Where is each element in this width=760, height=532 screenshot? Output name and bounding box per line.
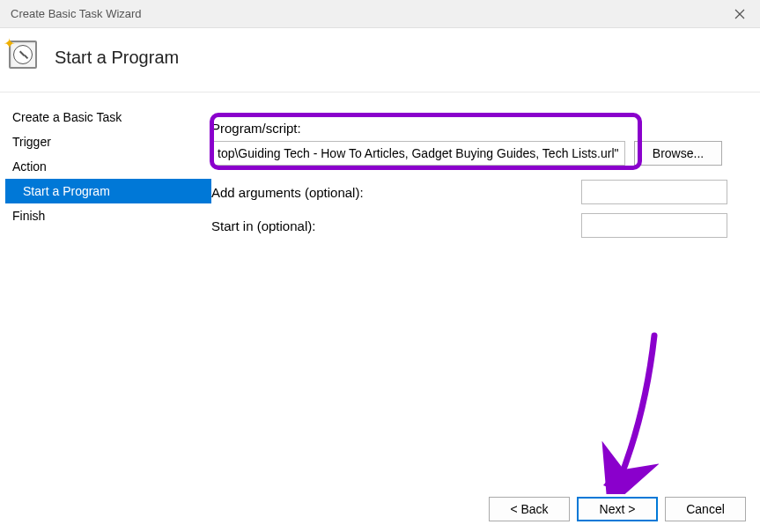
browse-button[interactable]: Browse... — [634, 141, 722, 166]
arguments-label: Add arguments (optional): — [211, 185, 581, 200]
content-area: Create a Basic Task Trigger Action Start… — [0, 92, 760, 484]
sidebar-item-start-program[interactable]: Start a Program — [5, 179, 211, 203]
back-button[interactable]: < Back — [489, 497, 570, 521]
startin-row: Start in (optional): — [211, 213, 741, 238]
arguments-input[interactable] — [581, 180, 727, 204]
main-panel: Program/script: Browse... Add arguments … — [211, 92, 760, 484]
titlebar: Create Basic Task Wizard — [0, 0, 760, 28]
window-title: Create Basic Task Wizard — [11, 7, 142, 20]
cancel-button[interactable]: Cancel — [665, 497, 746, 521]
arguments-row: Add arguments (optional): — [211, 180, 741, 204]
page-title: Start a Program — [55, 48, 179, 68]
close-button[interactable] — [719, 0, 760, 28]
next-button[interactable]: Next > — [577, 497, 658, 521]
sidebar-item-action[interactable]: Action — [5, 154, 211, 179]
wizard-sidebar: Create a Basic Task Trigger Action Start… — [0, 92, 211, 484]
sidebar-item-create-task[interactable]: Create a Basic Task — [5, 105, 211, 129]
sidebar-item-finish[interactable]: Finish — [5, 203, 211, 228]
wizard-header: ✦ Start a Program — [0, 28, 760, 92]
program-row: Browse... — [211, 141, 741, 166]
close-icon — [734, 9, 745, 19]
startin-label: Start in (optional): — [211, 218, 581, 233]
startin-input[interactable] — [581, 213, 727, 238]
wizard-footer: < Back Next > Cancel — [0, 486, 760, 532]
sidebar-item-trigger[interactable]: Trigger — [5, 129, 211, 154]
program-script-input[interactable] — [211, 141, 625, 166]
program-script-label: Program/script: — [211, 121, 741, 136]
sparkle-icon: ✦ — [4, 35, 15, 52]
wizard-icon: ✦ — [9, 41, 42, 74]
